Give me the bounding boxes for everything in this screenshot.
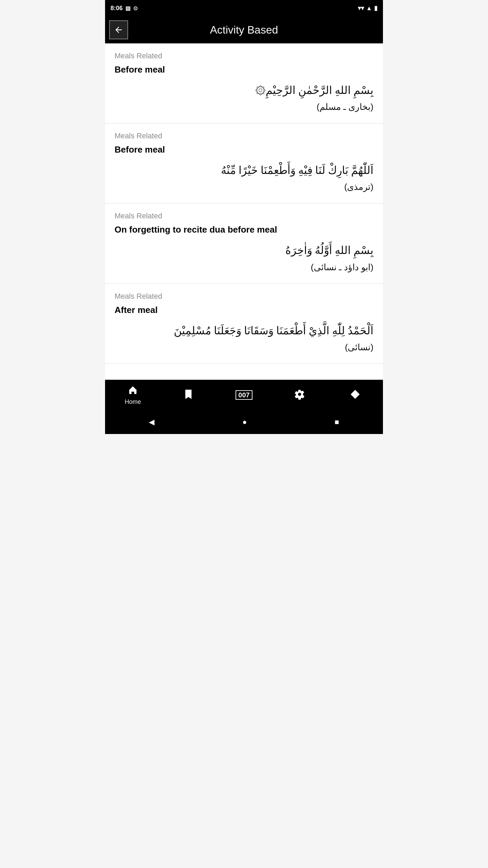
battery-icon: ▮ — [374, 4, 378, 12]
sys-home-button[interactable]: ● — [236, 415, 253, 429]
reference-4: (نسائى) — [115, 342, 373, 353]
arabic-text-4: اَلْحَمْدُ لِلّٰهِ الَّذِيْ أَطْعَمَنَا … — [115, 322, 373, 339]
nav-settings[interactable] — [286, 389, 313, 401]
arabic-text-1: بِسْمِ اللهِ الرَّحْمٰنِ الرَّحِيْمِ۞ — [115, 82, 373, 99]
nav-diamond[interactable] — [342, 389, 369, 401]
bookmark-icon — [184, 389, 193, 401]
nav-home[interactable]: Home — [119, 384, 146, 406]
section-title-2: Before meal — [115, 144, 373, 155]
home-icon — [127, 384, 138, 397]
counter-icon: 007 — [236, 390, 252, 400]
category-label-4: Meals Related — [115, 292, 373, 301]
content-area: Meals Related Before meal بِسْمِ اللهِ ا… — [105, 43, 383, 380]
reference-3: (ابو داؤد ـ نسائى) — [115, 262, 373, 273]
nav-counter[interactable]: 007 — [230, 390, 258, 400]
system-nav-bar: ◀ ● ■ — [105, 410, 383, 434]
home-label: Home — [125, 398, 141, 406]
sys-back-button[interactable]: ◀ — [142, 415, 161, 429]
section-title-1: Before meal — [115, 64, 373, 75]
status-bar-right: ▾▾ ▲ ▮ — [358, 4, 378, 12]
reference-1: (بخارى ـ مسلم) — [115, 102, 373, 112]
bottom-nav: Home 007 — [105, 380, 383, 410]
section-forgetting-dua: Meals Related On forgetting to recite du… — [105, 203, 383, 283]
section-title-4: After meal — [115, 305, 373, 315]
arabic-text-3: بِسْمِ اللهِ أَوَّلُهُ وَاٰخِرَهُ — [115, 242, 373, 259]
signal-icon: ▲ — [366, 5, 372, 12]
section-title-3: On forgetting to recite dua before meal — [115, 224, 373, 235]
section-after-meal: Meals Related After meal اَلْحَمْدُ لِلّ… — [105, 284, 383, 364]
sys-recent-button[interactable]: ■ — [328, 415, 346, 429]
wifi-icon: ▾▾ — [358, 4, 364, 12]
section-before-meal-1: Meals Related Before meal بِسْمِ اللهِ ا… — [105, 43, 383, 123]
diamond-icon — [350, 389, 361, 401]
time-display: 8:06 — [110, 5, 123, 12]
status-bar: 8:06 ▤ ⊙ ▾▾ ▲ ▮ — [105, 0, 383, 16]
category-label-2: Meals Related — [115, 132, 373, 140]
sync-icon: ⊙ — [133, 5, 138, 12]
sim-icon: ▤ — [125, 5, 130, 12]
app-bar: Activity Based — [105, 16, 383, 43]
category-label-1: Meals Related — [115, 52, 373, 60]
category-label-3: Meals Related — [115, 212, 373, 220]
back-arrow-icon — [114, 25, 123, 35]
counter-display: 007 — [238, 391, 249, 399]
back-button[interactable] — [109, 20, 128, 39]
reference-2: (ترمذى) — [115, 182, 373, 192]
status-bar-left: 8:06 ▤ ⊙ — [110, 5, 138, 12]
section-before-meal-2: Meals Related Before meal اَللّٰهُمَّ بَ… — [105, 123, 383, 203]
settings-icon — [294, 389, 305, 401]
app-bar-title: Activity Based — [128, 24, 360, 36]
arabic-text-2: اَللّٰهُمَّ بَارِكْ لَنَا فِيْهِ وَأَطْع… — [115, 162, 373, 179]
nav-bookmark[interactable] — [175, 389, 202, 401]
